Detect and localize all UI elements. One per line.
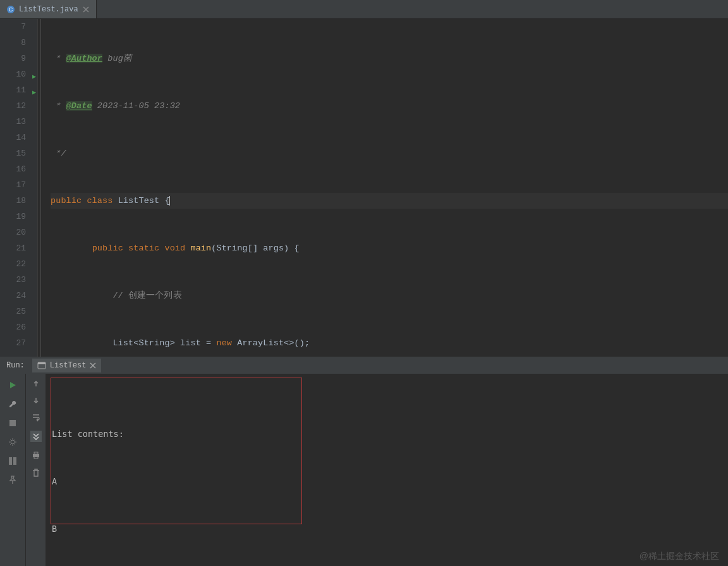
rerun-button[interactable] <box>8 380 18 390</box>
scroll-to-end-icon[interactable] <box>30 431 42 442</box>
up-arrow-icon[interactable] <box>32 380 40 388</box>
down-arrow-icon[interactable] <box>32 397 40 404</box>
fold-column[interactable] <box>38 19 48 357</box>
java-class-icon: C <box>6 5 15 14</box>
line-gutter[interactable]: 7 8 9 10 11 12 13 14 15 16 17 18 19 20 2… <box>0 19 38 357</box>
pin-icon[interactable] <box>8 475 18 485</box>
debug-icon[interactable] <box>8 437 18 447</box>
svg-rect-10 <box>34 457 38 458</box>
console-output[interactable]: List contents: A B C List contents after… <box>46 374 728 566</box>
svg-point-5 <box>11 440 15 444</box>
run-config-name: ListTest <box>50 361 87 370</box>
run-panel-body: List contents: A B C List contents after… <box>0 374 728 566</box>
run-toolbar-secondary <box>25 374 46 566</box>
soft-wrap-icon[interactable] <box>32 413 40 422</box>
watermark: @稀土掘金技术社区 <box>640 551 719 562</box>
console-line: List contents: <box>52 426 722 442</box>
run-toolbar-left <box>0 374 25 566</box>
print-icon[interactable] <box>32 451 40 460</box>
svg-rect-3 <box>38 362 46 364</box>
trash-icon[interactable] <box>32 469 40 477</box>
close-icon[interactable] <box>82 6 90 13</box>
svg-rect-7 <box>13 457 16 465</box>
close-icon[interactable] <box>90 362 96 369</box>
code-content[interactable]: * @Author bug菌 * @Date 2023-11-05 23:32 … <box>48 19 728 357</box>
highlight-box <box>51 378 302 524</box>
svg-rect-6 <box>9 457 12 465</box>
svg-text:C: C <box>9 6 13 13</box>
run-label: Run: <box>6 361 25 370</box>
console-line: B <box>52 521 722 537</box>
file-tab-label: ListTest.java <box>19 5 78 14</box>
console-line: A <box>52 474 722 489</box>
layout-icon[interactable] <box>8 456 18 466</box>
svg-rect-4 <box>9 420 16 426</box>
stop-button[interactable] <box>8 418 18 428</box>
editor-tabs-bar: C ListTest.java <box>0 0 728 19</box>
editor-area: 7 8 9 10 11 12 13 14 15 16 17 18 19 20 2… <box>0 19 728 357</box>
run-panel-header: Run: ListTest <box>0 357 728 374</box>
run-config-tab[interactable]: ListTest <box>32 359 102 372</box>
svg-rect-9 <box>34 452 38 454</box>
wrench-icon[interactable] <box>8 399 18 409</box>
file-tab[interactable]: C ListTest.java <box>0 0 97 18</box>
application-icon <box>37 361 46 370</box>
